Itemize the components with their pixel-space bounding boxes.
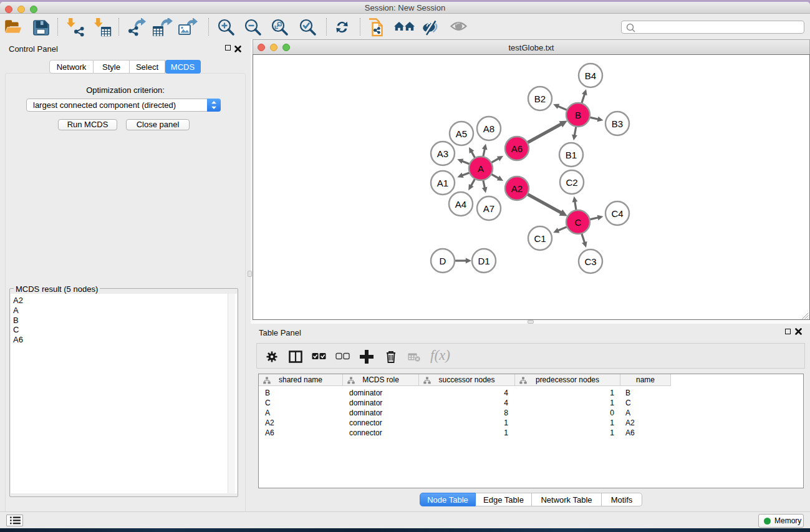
svg-text:C2: C2	[566, 177, 577, 188]
svg-text:A3: A3	[437, 148, 448, 159]
svg-text:A: A	[478, 163, 484, 174]
svg-text:C1: C1	[534, 233, 546, 244]
svg-text:A5: A5	[456, 128, 467, 139]
svg-text:A7: A7	[483, 203, 494, 214]
svg-text:A4: A4	[455, 199, 466, 210]
svg-text:B1: B1	[566, 150, 577, 160]
svg-text:A8: A8	[483, 123, 494, 134]
svg-text:B: B	[575, 110, 581, 120]
svg-text:A2: A2	[511, 183, 523, 194]
svg-text:C: C	[575, 217, 582, 228]
svg-text:C3: C3	[584, 256, 596, 267]
svg-text:B2: B2	[534, 94, 546, 104]
svg-text:A1: A1	[437, 178, 448, 188]
svg-text:A6: A6	[511, 143, 523, 154]
svg-text:C4: C4	[611, 208, 623, 219]
svg-text:D1: D1	[478, 256, 489, 266]
svg-text:B3: B3	[612, 118, 623, 129]
svg-text:f(x): f(x)	[430, 349, 450, 363]
svg-text:D: D	[440, 256, 446, 266]
svg-text:B4: B4	[585, 70, 596, 81]
